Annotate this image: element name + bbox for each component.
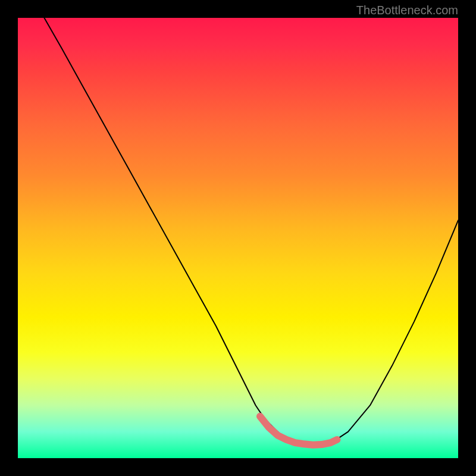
highlight-segment xyxy=(260,416,337,445)
chart-svg xyxy=(18,18,458,458)
curve-line xyxy=(44,18,458,445)
chart-container: TheBottleneck.com xyxy=(0,0,476,476)
plot-area xyxy=(18,18,458,458)
attribution-text: TheBottleneck.com xyxy=(356,4,458,17)
